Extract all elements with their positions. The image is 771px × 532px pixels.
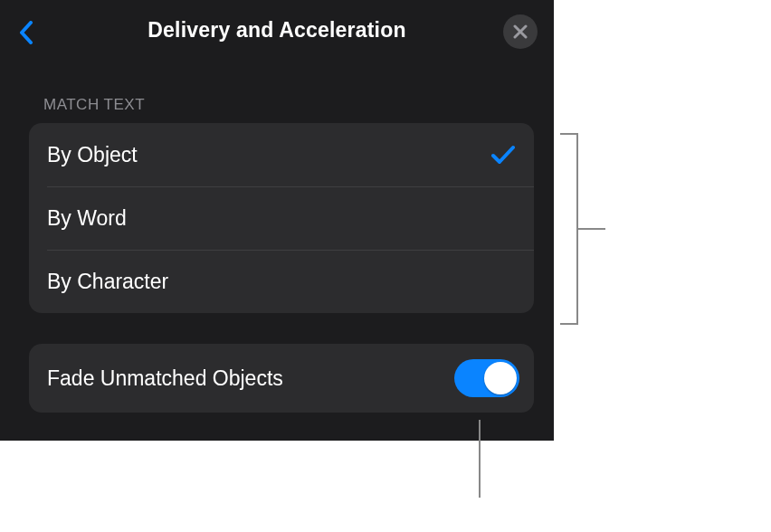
fade-unmatched-row: Fade Unmatched Objects — [29, 344, 534, 413]
settings-panel: Delivery and Acceleration MATCH TEXT By … — [0, 0, 554, 441]
annotation-line — [479, 420, 481, 498]
option-by-word[interactable]: By Word — [29, 186, 534, 250]
annotation-bracket-cap — [560, 133, 576, 135]
annotation-bracket-cap — [560, 323, 576, 325]
toggle-section: Fade Unmatched Objects — [29, 344, 534, 413]
option-label: By Word — [47, 206, 516, 231]
section-header-match-text: MATCH TEXT — [29, 96, 534, 123]
chevron-left-icon — [19, 21, 33, 44]
panel-title: Delivery and Acceleration — [148, 18, 405, 43]
match-text-list: By Object By Word By Character — [29, 123, 534, 313]
back-button[interactable] — [16, 20, 36, 45]
option-label: By Object — [47, 143, 490, 167]
option-by-character[interactable]: By Character — [29, 250, 534, 313]
panel-content: MATCH TEXT By Object By Word By Characte… — [0, 60, 554, 413]
panel-header: Delivery and Acceleration — [0, 0, 554, 60]
checkmark-icon — [490, 142, 516, 167]
toggle-knob — [484, 362, 517, 394]
option-label: By Character — [47, 270, 516, 294]
close-icon — [513, 24, 528, 39]
option-by-object[interactable]: By Object — [29, 123, 534, 186]
close-button[interactable] — [503, 14, 538, 49]
annotation-line — [578, 228, 605, 230]
toggle-label: Fade Unmatched Objects — [47, 366, 454, 391]
fade-unmatched-toggle[interactable] — [454, 359, 519, 397]
